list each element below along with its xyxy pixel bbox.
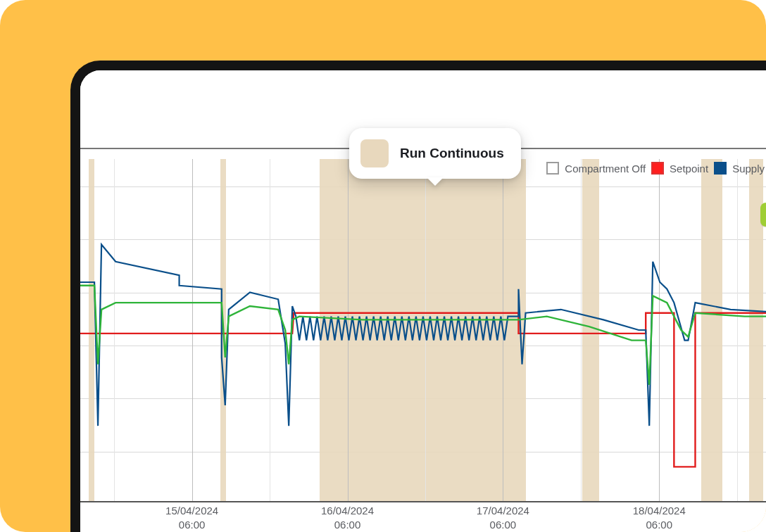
series-supply[interactable] [80, 245, 766, 426]
chart-container: Compartment Off Setpoint Supply Run Cont… [80, 148, 766, 532]
x-axis-tick: 16/04/202406:00 [321, 504, 374, 532]
x-axis-tick: 17/04/202406:00 [477, 504, 529, 532]
x-axis-tick: 18/04/202406:00 [633, 504, 686, 532]
chart-lines-svg [80, 159, 766, 501]
device-marketing-frame: Compartment Off Setpoint Supply Run Cont… [0, 0, 766, 532]
x-axis-tick: 15/04/202406:00 [165, 504, 218, 532]
tooltip-arrow-icon [427, 177, 444, 186]
chart-plot-area[interactable]: Compartment Off Setpoint Supply Run Cont… [80, 159, 766, 502]
tooltip-label: Run Continuous [400, 146, 504, 161]
laptop-bezel: Compartment Off Setpoint Supply Run Cont… [70, 61, 766, 532]
tooltip-swatch-run-continuous [360, 139, 389, 167]
series-return[interactable] [80, 286, 766, 385]
app-screen: Compartment Off Setpoint Supply Run Cont… [80, 70, 766, 532]
chart-tooltip: Run Continuous [349, 128, 521, 179]
series-setpoint[interactable] [80, 313, 766, 467]
chart-x-axis: 15/04/202406:0016/04/202406:0017/04/2024… [80, 504, 766, 532]
add-series-button[interactable]: + [760, 203, 766, 227]
